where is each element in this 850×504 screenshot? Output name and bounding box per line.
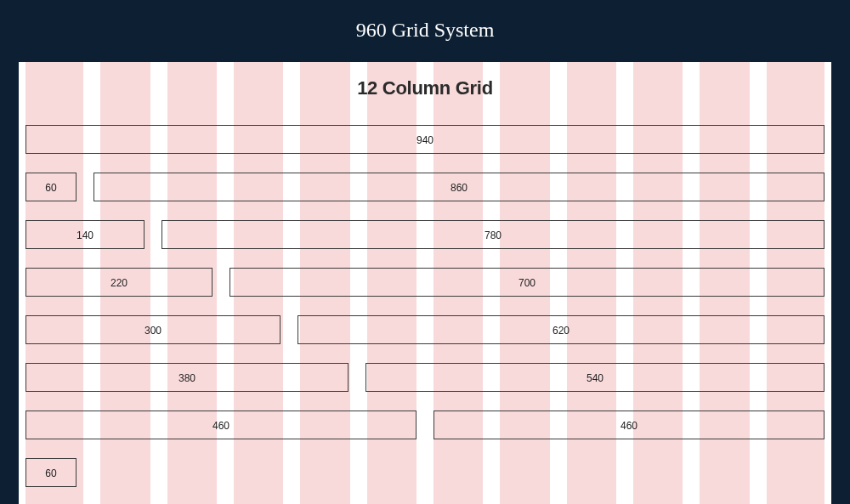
grid-content: 12 Column Grid 940 60 860 140 780 220 70… (19, 62, 831, 487)
grid-cell: 860 (94, 173, 824, 201)
grid-row: 140 780 (26, 220, 824, 249)
grid-row: 60 860 (26, 173, 824, 201)
grid-cell: 60 (26, 458, 76, 487)
grid-cell: 460 (26, 411, 416, 439)
grid-row: 220 700 (26, 268, 824, 297)
grid-row: 380 540 (26, 363, 824, 392)
grid-cell: 540 (366, 363, 824, 392)
grid-cell: 220 (26, 268, 212, 297)
page-title: 960 Grid System (0, 0, 850, 62)
grid-cell: 700 (230, 268, 824, 297)
grid-cell: 60 (26, 173, 76, 201)
grid-cell: 300 (26, 315, 280, 344)
grid-row: 60 (26, 458, 824, 487)
grid-cell: 620 (298, 315, 824, 344)
grid-subtitle: 12 Column Grid (26, 77, 824, 125)
grid-cell: 780 (162, 220, 824, 249)
grid-row: 940 (26, 125, 824, 154)
grid-row: 300 620 (26, 315, 824, 344)
grid-cell: 460 (434, 411, 824, 439)
grid-container: 12 Column Grid 940 60 860 140 780 220 70… (19, 62, 831, 504)
grid-row: 460 460 (26, 411, 824, 439)
grid-cell: 140 (26, 220, 144, 249)
grid-cell: 940 (26, 125, 824, 154)
grid-cell: 380 (26, 363, 348, 392)
